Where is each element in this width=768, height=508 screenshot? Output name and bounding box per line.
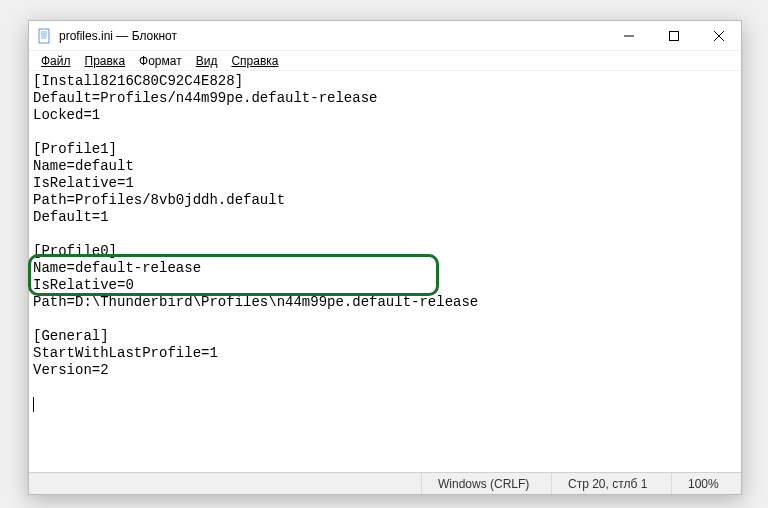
notepad-icon xyxy=(37,28,53,44)
statusbar: Windows (CRLF) Стр 20, стлб 1 100% xyxy=(29,472,741,494)
titlebar[interactable]: profiles.ini — Блокнот xyxy=(29,21,741,51)
status-spacer xyxy=(29,473,421,494)
text-cursor xyxy=(33,397,34,412)
text-content[interactable]: [Install8216C80C92C4E828] Default=Profil… xyxy=(33,73,737,470)
minimize-button[interactable] xyxy=(606,21,651,50)
notepad-window: profiles.ini — Блокнот Файл Правка Форма… xyxy=(28,20,742,495)
window-controls xyxy=(606,21,741,50)
maximize-button[interactable] xyxy=(651,21,696,50)
menu-help[interactable]: Справка xyxy=(225,53,284,69)
menu-view[interactable]: Вид xyxy=(190,53,224,69)
status-zoom: 100% xyxy=(671,473,741,494)
menu-file[interactable]: Файл xyxy=(35,53,77,69)
close-button[interactable] xyxy=(696,21,741,50)
editor-area[interactable]: [Install8216C80C92C4E828] Default=Profil… xyxy=(29,71,741,472)
menu-edit[interactable]: Правка xyxy=(79,53,132,69)
window-title: profiles.ini — Блокнот xyxy=(59,29,606,43)
status-position: Стр 20, стлб 1 xyxy=(551,473,671,494)
status-encoding: Windows (CRLF) xyxy=(421,473,551,494)
menu-format[interactable]: Формат xyxy=(133,53,188,69)
svg-rect-6 xyxy=(669,31,678,40)
menubar: Файл Правка Формат Вид Справка xyxy=(29,51,741,71)
